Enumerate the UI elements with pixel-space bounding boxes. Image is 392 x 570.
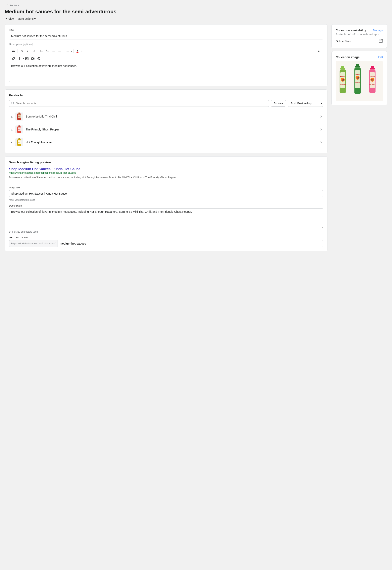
outdent-button[interactable] <box>51 48 56 54</box>
toolbar-sep2 <box>38 49 38 53</box>
product-number: 3. <box>9 141 13 144</box>
products-card: Products Browse Sort: Best selling Sort:… <box>5 89 327 153</box>
search-icon <box>11 102 14 105</box>
url-handle-input[interactable] <box>58 240 323 247</box>
svg-rect-3 <box>41 51 43 51</box>
indent-button[interactable] <box>57 48 63 54</box>
font-button[interactable]: A▾ <box>11 48 16 54</box>
breadcrumb-arrow: ‹ <box>5 4 6 7</box>
manage-link[interactable]: Manage <box>373 29 383 32</box>
seo-card: Search engine listing preview Shop Mediu… <box>5 156 327 251</box>
title-label: Title <box>9 28 323 31</box>
edit-image-link[interactable]: Edit <box>378 56 383 59</box>
image-title: Collection image <box>336 55 360 59</box>
underline-button[interactable]: U <box>31 48 36 54</box>
svg-point-4 <box>41 52 41 52</box>
svg-rect-20 <box>67 52 69 52</box>
page-actions: 👁 View More actions ▾ <box>5 17 387 20</box>
svg-rect-14 <box>52 52 55 52</box>
image-button[interactable] <box>24 56 30 61</box>
svg-line-30 <box>13 104 14 105</box>
svg-rect-56 <box>356 64 359 66</box>
svg-rect-43 <box>379 39 383 42</box>
view-label[interactable]: View <box>8 17 14 20</box>
product-name: The Friendly Ghost Pepper <box>26 128 317 131</box>
svg-text:HOT SAUCE: HOT SAUCE <box>369 84 376 85</box>
seo-preview-description: Browse our collection of flavorful mediu… <box>9 175 323 180</box>
numbered-button[interactable]: 1.2.3. <box>45 48 51 54</box>
text-color-button[interactable]: A <box>75 48 80 54</box>
title-input[interactable] <box>9 33 323 40</box>
page-title-input[interactable] <box>9 190 323 197</box>
svg-text:KiNDA: KiNDA <box>340 75 345 77</box>
more-actions-button[interactable]: More actions ▾ <box>17 17 36 20</box>
search-box <box>9 100 269 107</box>
italic-button[interactable]: I <box>25 48 30 54</box>
editor-toolbar-row2: ▾ <box>9 55 323 62</box>
page-title: Medium hot sauces for the semi-adventuro… <box>5 9 387 15</box>
remove-product-button[interactable]: ✕ <box>319 114 323 119</box>
availability-header: Collection availability Manage <box>336 28 383 32</box>
svg-rect-9 <box>47 51 49 51</box>
svg-text:HOT: HOT <box>18 129 21 130</box>
svg-text:HOT SAUCE: HOT SAUCE <box>355 82 361 83</box>
collection-image-card: Collection image Edit KiNDA � <box>331 51 387 105</box>
svg-rect-19 <box>67 51 69 51</box>
block-button[interactable] <box>36 56 42 61</box>
svg-rect-35 <box>18 125 20 126</box>
eye-icon: 👁 <box>5 17 8 20</box>
remove-product-button[interactable]: ✕ <box>319 140 323 145</box>
sort-select[interactable]: Sort: Best selling Sort: Title A-Z Sort:… <box>288 100 323 107</box>
align-button[interactable] <box>65 48 71 54</box>
breadcrumb-label[interactable]: Collections <box>7 4 19 7</box>
description-text: Browse our collection of flavorful mediu… <box>11 64 77 68</box>
svg-text:👹: 👹 <box>371 79 374 81</box>
seo-description-input[interactable]: Browse our collection of flavorful mediu… <box>9 208 323 228</box>
svg-line-28 <box>38 58 40 59</box>
bold-button[interactable]: B <box>19 48 25 54</box>
editor-toolbar-row1: A▾ B I U 1.2.3. <box>9 47 323 55</box>
breadcrumb[interactable]: ‹ Collections <box>5 4 387 7</box>
title-description-card: Title Description (optional) A▾ B I U <box>5 24 327 86</box>
svg-text:KiNDA: KiNDA <box>355 73 360 75</box>
link-button[interactable] <box>11 56 16 61</box>
page-title-label: Page title <box>9 186 323 189</box>
search-input[interactable] <box>16 102 267 105</box>
image-header: Collection image Edit <box>336 55 383 59</box>
calendar-icon[interactable] <box>379 39 383 44</box>
code-button[interactable]: <> <box>316 48 322 54</box>
svg-rect-5 <box>41 52 43 52</box>
channel-name: Online Store <box>336 40 351 43</box>
product-name: Hot Enough Habanero <box>26 141 317 144</box>
svg-rect-18 <box>67 50 69 50</box>
product-list: 1. HOT Born to be Mild Thai Chilli ✕ 2. <box>9 110 323 149</box>
seo-preview-url: https://kindahotsauce.shop/collections/m… <box>9 171 323 174</box>
svg-rect-11 <box>47 52 49 52</box>
chevron-down-icon: ▾ <box>34 17 36 20</box>
toolbar-sep4 <box>73 49 73 53</box>
product-thumbnail: HOT <box>15 112 23 121</box>
view-link[interactable]: 👁 View <box>5 17 14 20</box>
seo-preview-title-link[interactable]: Shop Medium Hot Sauces | Kinda Hot Sauce <box>9 167 81 171</box>
browse-button[interactable]: Browse <box>271 100 286 107</box>
table-row: 3. HOT Hot Enough Habanero ✕ <box>9 136 323 149</box>
seo-section-title: Search engine listing preview <box>9 161 323 164</box>
table-row: 1. HOT Born to be Mild Thai Chilli ✕ <box>9 110 323 123</box>
svg-rect-17 <box>58 52 61 52</box>
products-title: Products <box>9 94 323 97</box>
bullet-button[interactable] <box>39 48 45 54</box>
table-button[interactable] <box>17 56 22 61</box>
svg-rect-7 <box>47 50 49 50</box>
svg-rect-48 <box>341 66 344 68</box>
more-actions-label: More actions <box>17 17 33 20</box>
svg-rect-65 <box>370 68 375 70</box>
remove-product-button[interactable]: ✕ <box>319 127 323 132</box>
video-button[interactable] <box>30 56 36 61</box>
description-label: Description (optional) <box>9 43 323 46</box>
product-thumbnail: HOT <box>15 125 23 133</box>
main-column: Title Description (optional) A▾ B I U <box>5 24 327 251</box>
description-editor[interactable]: Browse our collection of flavorful mediu… <box>9 62 323 82</box>
svg-rect-12 <box>52 50 55 50</box>
seo-description-label: Description <box>9 204 323 207</box>
channel-row: Online Store <box>336 39 383 44</box>
